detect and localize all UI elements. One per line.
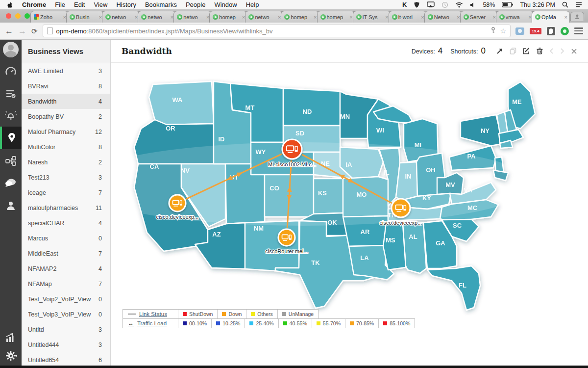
inventory-list-icon[interactable] bbox=[0, 84, 22, 103]
business-view-item-iceage[interactable]: iceage7 bbox=[22, 185, 110, 200]
business-view-item-boopathy bv[interactable]: Boopathy BV2 bbox=[22, 109, 110, 124]
dashboard-gauge-icon[interactable] bbox=[0, 62, 22, 81]
spotlight-search-icon[interactable] bbox=[562, 1, 568, 8]
alarms-bell-icon[interactable] bbox=[0, 106, 22, 125]
tab-homep[interactable]: homep× bbox=[317, 11, 355, 23]
airplay-icon[interactable] bbox=[427, 1, 435, 8]
close-view-button[interactable] bbox=[571, 48, 577, 54]
tab-it-worl[interactable]: it-worl× bbox=[389, 11, 427, 23]
menubar-clock[interactable]: Thu 3:26 PM bbox=[520, 1, 555, 8]
menu-people[interactable]: People bbox=[186, 1, 205, 8]
zoom-window-button[interactable] bbox=[24, 13, 30, 19]
battery-icon[interactable] bbox=[502, 2, 513, 7]
settings-gear-icon[interactable] bbox=[0, 346, 22, 365]
business-view-item-untitled444[interactable]: Untitled4443 bbox=[22, 337, 110, 352]
business-view-item-marcus[interactable]: Marcus0 bbox=[22, 231, 110, 246]
menu-help[interactable]: Help bbox=[246, 1, 259, 8]
copy-button[interactable] bbox=[510, 48, 516, 54]
tab-zoho[interactable]: Zoho× bbox=[30, 11, 69, 23]
business-view-item-nfamap2[interactable]: NFAMAP24 bbox=[22, 261, 110, 276]
device-node-2[interactable] bbox=[278, 229, 295, 246]
business-view-item-test_voip2_voip_view[interactable]: Test_Voip2_VoIP_View0 bbox=[22, 291, 110, 307]
prev-view-button[interactable] bbox=[549, 48, 554, 54]
tab-homep[interactable]: homep× bbox=[281, 11, 319, 23]
back-button[interactable]: ← bbox=[5, 27, 13, 35]
business-view-item-specialchar[interactable]: specialCHAR4 bbox=[22, 215, 110, 231]
device-node-1[interactable] bbox=[169, 195, 186, 211]
business-view-item-maloufpharmacies[interactable]: maloufpharmacies11 bbox=[22, 200, 110, 215]
profile-button[interactable] bbox=[570, 12, 584, 21]
minimize-window-button[interactable] bbox=[15, 13, 21, 19]
url-input[interactable]: opm-demo:8060/apiclient/ember/index.jsp#… bbox=[43, 25, 511, 37]
menu-bookmarks[interactable]: Bookmarks bbox=[145, 1, 177, 8]
device-circle[interactable] bbox=[282, 139, 302, 159]
business-view-item-test213[interactable]: Test2133 bbox=[22, 170, 110, 185]
keyboard-maestro-icon[interactable]: K bbox=[402, 1, 407, 8]
tab-close-icon[interactable]: × bbox=[421, 14, 424, 20]
business-view-item-naresh[interactable]: Naresh2 bbox=[22, 155, 110, 170]
tab-netwo[interactable]: Netwo× bbox=[424, 11, 463, 23]
close-window-button[interactable] bbox=[6, 13, 11, 19]
users-icon[interactable] bbox=[0, 196, 22, 215]
apple-logo-icon[interactable] bbox=[7, 1, 13, 8]
extension-pocket-icon[interactable] bbox=[547, 27, 555, 35]
tab-close-icon[interactable]: × bbox=[564, 14, 567, 20]
tab-busin[interactable]: Busin× bbox=[66, 11, 104, 23]
menu-window[interactable]: Window bbox=[214, 1, 237, 8]
device-circle[interactable] bbox=[278, 229, 295, 246]
business-view-item-bandwidth[interactable]: Bandwidth4 bbox=[22, 94, 110, 109]
tab-homep[interactable]: homep× bbox=[209, 11, 247, 23]
extension-badge[interactable]: 19.4 bbox=[530, 28, 541, 34]
reload-button[interactable]: ⟳ bbox=[31, 27, 38, 35]
tab-server[interactable]: Server× bbox=[460, 11, 498, 23]
tab-netwo[interactable]: netwo× bbox=[245, 11, 283, 23]
business-view-item-nfamap[interactable]: NFAMap7 bbox=[22, 276, 110, 291]
tab-close-icon[interactable]: × bbox=[457, 14, 460, 20]
device-node-0[interactable] bbox=[282, 139, 302, 159]
tab-netwo[interactable]: netwo× bbox=[173, 11, 212, 23]
business-view-item-multicolor[interactable]: MultiColor8 bbox=[22, 139, 110, 155]
next-view-button[interactable] bbox=[560, 48, 564, 54]
tab-it-sys[interactable]: IT Sys× bbox=[353, 11, 391, 23]
shield-icon[interactable] bbox=[414, 1, 420, 8]
user-avatar[interactable] bbox=[3, 42, 19, 57]
time-machine-icon[interactable] bbox=[441, 1, 448, 8]
chrome-menu-button[interactable] bbox=[574, 27, 583, 34]
tab-vmwa[interactable]: vmwa× bbox=[496, 11, 534, 23]
forward-button[interactable]: → bbox=[18, 27, 26, 35]
menu-chrome[interactable]: Chrome bbox=[22, 1, 46, 8]
chat-icon[interactable] bbox=[0, 174, 22, 192]
extension-camera-icon[interactable] bbox=[515, 27, 524, 35]
business-view-item-middleeast[interactable]: MiddleEast7 bbox=[22, 246, 110, 261]
business-view-item-malouf pharmacy[interactable]: Malouf Pharmacy12 bbox=[22, 124, 110, 139]
tab-netwo[interactable]: netwo× bbox=[102, 11, 140, 23]
tab-close-icon[interactable]: × bbox=[349, 14, 352, 20]
tab-close-icon[interactable]: × bbox=[314, 14, 317, 20]
business-view-item-awe limited[interactable]: AWE Limited3 bbox=[22, 63, 110, 79]
notification-center-icon[interactable] bbox=[575, 2, 582, 7]
extension-grammarly-icon[interactable] bbox=[561, 27, 569, 35]
tab-close-icon[interactable]: × bbox=[528, 14, 531, 20]
business-view-item-bvravi[interactable]: BVRavi8 bbox=[22, 79, 110, 94]
password-key-icon[interactable] bbox=[490, 27, 496, 35]
tab-netwo[interactable]: netwo× bbox=[138, 11, 176, 23]
menu-edit[interactable]: Edit bbox=[74, 1, 85, 8]
device-circle[interactable] bbox=[392, 199, 410, 217]
maps-nav-item-active[interactable] bbox=[0, 127, 22, 149]
menu-history[interactable]: History bbox=[116, 1, 136, 8]
tab-opma[interactable]: OpMa× bbox=[532, 11, 570, 23]
business-view-item-untitd[interactable]: Untitd3 bbox=[22, 322, 110, 337]
volume-icon[interactable] bbox=[470, 2, 476, 8]
tab-close-icon[interactable]: × bbox=[385, 14, 388, 20]
device-node-3[interactable] bbox=[392, 199, 410, 217]
bookmark-star-icon[interactable]: ☆ bbox=[500, 27, 506, 34]
menu-view[interactable]: View bbox=[94, 1, 107, 8]
wifi-icon[interactable] bbox=[455, 2, 463, 8]
edit-button[interactable] bbox=[523, 48, 530, 54]
reports-chart-icon[interactable] bbox=[0, 328, 22, 347]
device-circle[interactable] bbox=[169, 195, 186, 211]
business-view-item-test_voip3_voip_view[interactable]: Test_Voip3_VoIP_View0 bbox=[22, 307, 110, 322]
open-external-button[interactable] bbox=[496, 48, 503, 54]
topology-icon[interactable] bbox=[0, 152, 22, 170]
delete-button[interactable] bbox=[537, 48, 543, 54]
